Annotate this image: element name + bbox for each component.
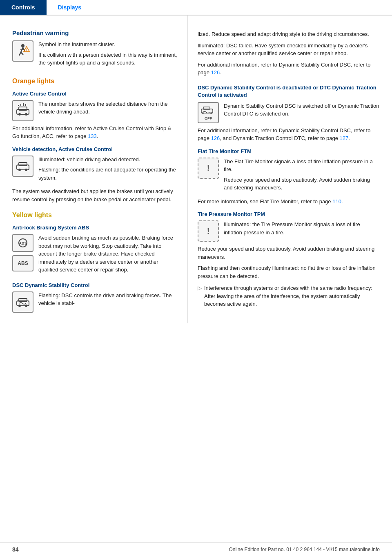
abs-heading: Anti-lock Braking System ABS bbox=[12, 225, 178, 231]
tab-controls[interactable]: Controls bbox=[0, 0, 47, 15]
tpm-text2: Reduce your speed and stop cautiously. A… bbox=[198, 245, 380, 261]
active-cruise-block: The number bars shows the selected dista… bbox=[12, 100, 178, 121]
vehicle-icon-svg bbox=[15, 158, 31, 174]
active-cruise-text: The number bars shows the selected dista… bbox=[38, 100, 178, 118]
vehicle-detection-text: Illuminated: vehicle driving ahead detec… bbox=[38, 156, 178, 185]
abs-text1: Avoid sudden braking as much as possible… bbox=[38, 234, 178, 274]
active-cruise-ref: For additional information, refer to Act… bbox=[12, 125, 178, 140]
tpm-block: ! Illuminated: the Tire Pressure Monitor… bbox=[198, 220, 380, 242]
dsc-continued-text2: Illuminated: DSC failed. Have system che… bbox=[198, 42, 380, 58]
right-column: lized. Reduce speed and adapt driving st… bbox=[188, 16, 392, 323]
flat-tire-heading: Flat Tire Monitor FTM bbox=[198, 148, 380, 154]
pedestrian-warning-heading: Pedestrian warning bbox=[12, 29, 178, 36]
svg-point-29 bbox=[210, 112, 212, 114]
pedestrian-icon-svg: ! bbox=[15, 43, 31, 59]
cruise-icon-svg bbox=[15, 103, 31, 118]
abs-text: Avoid sudden braking as much as possible… bbox=[38, 234, 178, 276]
vd-text1: Illuminated: vehicle driving ahead detec… bbox=[38, 156, 178, 164]
svg-point-28 bbox=[202, 112, 204, 114]
svg-text:!: ! bbox=[26, 48, 27, 51]
tpm-bullet1: ▷ Interference through systems or device… bbox=[198, 284, 380, 308]
svg-point-14 bbox=[18, 113, 21, 116]
yellow-lights-heading: Yellow lights bbox=[12, 211, 178, 219]
flat-tire-icon: ! bbox=[198, 158, 219, 179]
exclamation-symbol: ! bbox=[207, 163, 210, 173]
abs-text-icon: ABS bbox=[12, 255, 33, 271]
tab-displays[interactable]: Displays bbox=[47, 0, 93, 15]
vehicle-detection-heading: Vehicle detection, Active Cruise Control bbox=[12, 146, 178, 152]
dsc-deactivated-heading: DSC Dynamic Stability Control is deactiv… bbox=[198, 84, 380, 99]
active-cruise-heading: Active Cruise Control bbox=[12, 91, 178, 97]
tpm-heading: Tire Pressure Monitor TPM bbox=[198, 211, 380, 217]
dsc-deactivated-block: OFF Dynamic Stability Control DSC is swi… bbox=[198, 102, 380, 123]
dsc-page-link[interactable]: 126 bbox=[211, 69, 220, 76]
dsc-continued-text1: lized. Reduce speed and adapt driving st… bbox=[198, 30, 380, 38]
vd-text3: The system was deactivated but applies t… bbox=[12, 187, 178, 203]
dsc-block: Flashing: DSC controls the drive and bra… bbox=[12, 291, 178, 313]
pedestrian-warning-icon: ! bbox=[12, 40, 33, 62]
svg-text:ABS: ABS bbox=[19, 241, 27, 245]
left-column: Pedestrian warning ! Symbol in the inst bbox=[0, 16, 188, 323]
pedestrian-text2: If a collision with a person detected in… bbox=[38, 51, 178, 67]
dsc-deact-text1: Dynamic Stability Control DSC is switche… bbox=[224, 102, 380, 118]
header-tabs: Controls Displays bbox=[0, 0, 392, 16]
footer-copyright: Online Edition for Part no. 01 40 2 964 … bbox=[229, 547, 380, 552]
tpm-exclamation-symbol: ! bbox=[207, 227, 210, 236]
flat-tire-ref: For more information, see Flat Tire Moni… bbox=[198, 198, 380, 206]
svg-point-25 bbox=[25, 305, 27, 307]
active-cruise-link[interactable]: 133 bbox=[88, 133, 97, 139]
dtc-page-link[interactable]: 127 bbox=[340, 135, 349, 141]
svg-point-18 bbox=[18, 169, 21, 171]
dsc-page-link2[interactable]: 126 bbox=[211, 135, 220, 141]
dsc-off-icon: OFF bbox=[198, 102, 219, 123]
abs-icon-group: ABS ABS bbox=[12, 234, 33, 271]
flat-tire-text: The Flat Tire Monitor signals a loss of … bbox=[224, 158, 380, 194]
dsc-off-icon-svg bbox=[200, 105, 216, 116]
dsc-text: Flashing: DSC controls the drive and bra… bbox=[38, 291, 178, 310]
svg-point-0 bbox=[21, 44, 24, 47]
dsc-heading: DSC Dynamic Stability Control bbox=[12, 282, 178, 288]
vehicle-detection-block: Illuminated: vehicle driving ahead detec… bbox=[12, 156, 178, 185]
active-cruise-text1: The number bars shows the selected dista… bbox=[38, 100, 178, 116]
dsc-icon-svg bbox=[15, 294, 31, 310]
abs-label: ABS bbox=[18, 260, 28, 266]
tpm-text: Illuminated: the Tire Pressure Monitor s… bbox=[224, 220, 380, 239]
orange-lights-heading: Orange lights bbox=[12, 78, 178, 85]
dsc-off-label: OFF bbox=[205, 116, 212, 120]
abs-block: ABS ABS Avoid sudden braking as much as … bbox=[12, 234, 178, 276]
active-cruise-icon bbox=[12, 100, 33, 121]
flat-tire-block: ! The Flat Tire Monitor signals a loss o… bbox=[198, 158, 380, 194]
svg-line-2 bbox=[19, 52, 21, 56]
dsc-deact-ref: For additional information, refer to Dyn… bbox=[198, 127, 380, 142]
dsc-deactivated-text: Dynamic Stability Control DSC is switche… bbox=[224, 102, 380, 120]
svg-point-15 bbox=[25, 113, 27, 116]
abs-circle-icon: ABS bbox=[12, 234, 33, 252]
dsc-icon bbox=[12, 291, 33, 313]
tpm-text1: Illuminated: the Tire Pressure Monitor s… bbox=[224, 220, 380, 236]
dsc-text1: Flashing: DSC controls the drive and bra… bbox=[38, 291, 178, 307]
svg-line-3 bbox=[21, 52, 23, 55]
bullet-arrow-icon: ▷ bbox=[198, 284, 202, 308]
pedestrian-warning-text: Symbol in the instrument cluster. If a c… bbox=[38, 40, 178, 69]
svg-point-19 bbox=[25, 169, 27, 171]
page-number: 84 bbox=[12, 546, 19, 553]
vehicle-detection-icon bbox=[12, 156, 33, 177]
flat-tire-text2: Reduce your speed and stop cautiously. A… bbox=[224, 176, 380, 192]
tpm-bullet1-text: Interference through systems or devices … bbox=[204, 284, 380, 308]
tpm-text3: Flashing and then continuously illuminat… bbox=[198, 264, 380, 280]
flat-tire-page-link[interactable]: 110 bbox=[332, 198, 341, 205]
pedestrian-text1: Symbol in the instrument cluster. bbox=[38, 40, 178, 49]
flat-tire-text1: The Flat Tire Monitor signals a loss of … bbox=[224, 158, 380, 173]
abs-icon-svg: ABS bbox=[15, 238, 31, 247]
tpm-icon: ! bbox=[198, 220, 219, 242]
dsc-continued-ref: For additional information, refer to Dyn… bbox=[198, 61, 380, 77]
vd-text2: Flashing: the conditions are not adequat… bbox=[38, 166, 178, 182]
svg-point-24 bbox=[18, 305, 21, 307]
main-content: Pedestrian warning ! Symbol in the inst bbox=[0, 16, 392, 323]
footer: 84 Online Edition for Part no. 01 40 2 9… bbox=[0, 543, 392, 556]
pedestrian-warning-block: ! Symbol in the instrument cluster. If a… bbox=[12, 40, 178, 69]
